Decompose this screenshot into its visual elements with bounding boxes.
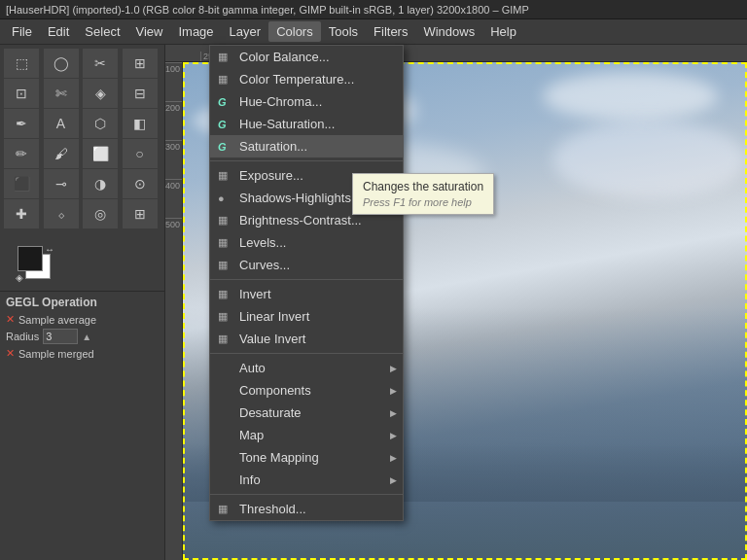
tool-dodge[interactable]: ◑ [83,169,118,198]
swap-colors-icon[interactable]: ↔ [45,244,54,255]
gegl-merged-label: Sample merged [18,348,94,360]
reset-colors-icon[interactable]: ◈ [16,272,23,283]
menu-invert[interactable]: ▦ Invert [210,283,403,305]
levels-icon: ▦ [218,236,228,249]
tool-convolve[interactable]: ◎ [83,199,118,228]
tool-paintbrush[interactable]: 🖌 [44,139,79,168]
menu-color-temperature[interactable]: ▦ Color Temperature... [210,68,403,90]
cloud-3 [543,72,718,121]
gegl-section: GEGL Operation ✕ Sample average Radius ▲… [0,291,164,367]
menu-filters[interactable]: Filters [366,21,415,42]
colors-dropdown-menu: ▦ Color Balance... ▦ Color Temperature..… [209,45,404,521]
divider-3 [210,353,403,354]
tool-rect-select[interactable]: ⬚ [4,49,39,78]
tool-text[interactable]: A [44,109,79,138]
tool-paint-select[interactable]: ⊟ [123,79,158,108]
divider-4 [210,494,403,495]
menu-hue-saturation[interactable]: G Hue-Saturation... [210,113,403,135]
tool-heal[interactable]: ✚ [4,199,39,228]
menu-saturation[interactable]: G Saturation... [210,135,403,158]
gegl-sample-close[interactable]: ✕ [6,313,15,326]
tool-bucket[interactable]: ⬡ [83,109,118,138]
tool-gradient[interactable]: ◧ [123,109,158,138]
menu-curves[interactable]: ▦ Curves... [210,254,403,276]
gegl-sample-label: Sample average [18,314,96,326]
shadows-highlights-icon: ● [218,192,225,204]
ruler-v-200: 200 [165,101,182,140]
tool-align[interactable]: ⊞ [123,199,158,228]
tool-paths[interactable]: ✒ [4,109,39,138]
menu-components[interactable]: Components [210,379,403,402]
gegl-radius-up[interactable]: ▲ [82,332,91,342]
gegl-title: GEGL Operation [6,296,159,309]
ruler-v-500: 500 [165,218,182,257]
saturation-icon: G [218,141,227,153]
menu-select[interactable]: Select [77,21,127,42]
menu-view[interactable]: View [128,21,171,42]
tool-free-select[interactable]: ✂ [83,49,118,78]
tool-eraser[interactable]: ⬜ [83,139,118,168]
gegl-merged-close[interactable]: ✕ [6,347,15,360]
tool-fuzzy-select[interactable]: ⊞ [123,49,158,78]
ruler-left: 100 200 300 400 500 [165,62,183,560]
menu-linear-invert[interactable]: ▦ Linear Invert [210,305,403,328]
toolbox: ⬚ ◯ ✂ ⊞ ⊡ ✄ ◈ ⊟ ✒ A ⬡ ◧ ✏ 🖌 ⬜ ○ ⬛ ⊸ ◑ ⊙ … [0,45,165,560]
menu-desaturate[interactable]: Desaturate [210,402,403,424]
tool-airbrush[interactable]: ○ [123,139,158,168]
hue-saturation-icon: G [218,119,227,130]
menu-tone-mapping[interactable]: Tone Mapping [210,446,403,469]
menu-colors[interactable]: Colors [268,21,321,42]
tool-clone[interactable]: ⊙ [123,169,158,198]
divider-2 [210,279,403,280]
menu-map[interactable]: Map [210,424,403,446]
menu-threshold[interactable]: ▦ Threshold... [210,498,403,520]
menu-bar: File Edit Select View Image Layer Colors… [0,19,747,45]
gegl-radius-row: Radius ▲ [6,329,159,344]
tool-smudge[interactable]: ⊸ [44,169,79,198]
menu-file[interactable]: File [4,21,40,42]
tool-by-color[interactable]: ⊡ [4,79,39,108]
menu-value-invert[interactable]: ▦ Value Invert [210,328,403,350]
tool-icons: ⬚ ◯ ✂ ⊞ ⊡ ✄ ◈ ⊟ ✒ A ⬡ ◧ ✏ 🖌 ⬜ ○ ⬛ ⊸ ◑ ⊙ … [0,45,164,232]
menu-color-balance[interactable]: ▦ Color Balance... [210,46,403,68]
menu-levels[interactable]: ▦ Levels... [210,231,403,254]
tooltip: Changes the saturation Press F1 for more… [352,173,494,215]
menu-auto[interactable]: Auto [210,357,403,379]
divider-1 [210,160,403,161]
menu-hue-chroma[interactable]: G Hue-Chroma... [210,90,403,113]
menu-tools[interactable]: Tools [321,21,366,42]
value-invert-icon: ▦ [218,332,228,345]
menu-windows[interactable]: Windows [415,21,482,42]
tool-ellipse-select[interactable]: ◯ [44,49,79,78]
gegl-sample-row: ✕ Sample average [6,313,159,326]
foreground-color-swatch[interactable] [18,246,43,271]
hue-chroma-icon: G [218,96,227,108]
cloud-5 [552,121,747,198]
brightness-contrast-icon: ▦ [218,214,228,227]
ruler-v-100: 100 [165,62,182,101]
menu-image[interactable]: Image [170,21,221,42]
curves-icon: ▦ [218,259,228,271]
tool-scissors[interactable]: ✄ [44,79,79,108]
gegl-radius-input[interactable] [43,329,78,344]
tool-foreground-select[interactable]: ◈ [83,79,118,108]
exposure-icon: ▦ [218,169,228,182]
linear-invert-icon: ▦ [218,310,228,323]
tool-ink[interactable]: ⬛ [4,169,39,198]
color-balance-icon: ▦ [218,51,228,63]
menu-help[interactable]: Help [482,21,524,42]
tooltip-help: Press F1 for more help [363,196,483,208]
title-bar: [HauserHDR] (imported)-1.0 (RGB color 8-… [0,0,747,19]
gegl-radius-label: Radius [6,331,39,342]
menu-layer[interactable]: Layer [222,21,269,42]
ruler-v-300: 300 [165,140,182,179]
tool-pencil[interactable]: ✏ [4,139,39,168]
menu-edit[interactable]: Edit [40,21,77,42]
tool-perspective-clone[interactable]: ⬦ [44,199,79,228]
menu-info[interactable]: Info [210,469,403,491]
title-text: [HauserHDR] (imported)-1.0 (RGB color 8-… [6,4,529,16]
threshold-icon: ▦ [218,503,228,515]
invert-icon: ▦ [218,288,228,300]
color-swatch-area: ↔ ◈ [16,244,54,283]
color-swatches: ↔ ◈ [0,232,164,291]
